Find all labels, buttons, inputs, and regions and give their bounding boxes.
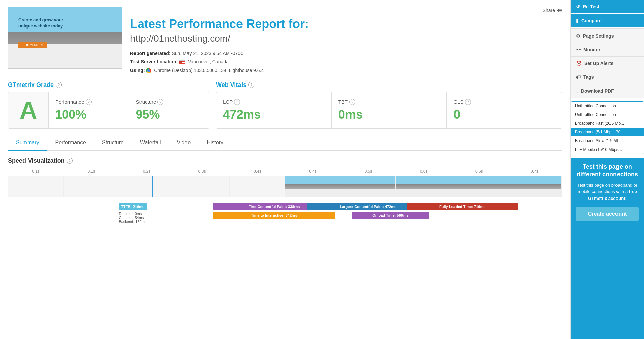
cls-help-icon[interactable]: ? xyxy=(465,99,471,105)
right-sidebar: ↺ Re-Test ▮ Compare ⚙ Page Settings 〰 Mo… xyxy=(570,0,644,339)
promo-title: Test this page on different connections xyxy=(576,163,639,179)
cls-label: CLS ? xyxy=(453,99,555,105)
tick-2: 0.2s xyxy=(119,169,174,174)
conn-unthrottled-2[interactable]: Unthrottled Connection xyxy=(571,110,644,119)
monitor-button[interactable]: 〰 Monitor xyxy=(571,43,644,57)
performance-help-icon[interactable]: ? xyxy=(86,99,92,105)
vitals-help-icon[interactable]: ? xyxy=(248,82,254,88)
share-icon[interactable]: ⇚ xyxy=(557,7,562,14)
grade-help-icon[interactable]: ? xyxy=(56,82,62,88)
tti-bar: Time to Interactive: 342ms xyxy=(213,212,335,219)
tab-summary[interactable]: Summary xyxy=(8,135,47,151)
tags-icon: 🏷 xyxy=(576,74,581,80)
using-value: Chrome (Desktop) 103.0.5060.134, Lightho… xyxy=(154,68,264,73)
create-account-button[interactable]: Create account xyxy=(576,207,639,221)
conn-broadband-fast[interactable]: Broadband Fast (20/5 Mb... xyxy=(571,119,644,128)
report-generated-value: Sun, May 21, 2023 9:54 AM -0700 xyxy=(172,51,243,56)
performance-value: 100% xyxy=(55,108,122,122)
report-header: Create and grow your unique website toda… xyxy=(8,7,562,75)
report-main-title: Latest Performance Report for: xyxy=(130,17,562,31)
speed-viz-help-icon[interactable]: ? xyxy=(67,158,73,164)
report-generated-label: Report generated: xyxy=(130,51,171,56)
website-screenshot: Create and grow your unique website toda… xyxy=(8,7,122,69)
tick-6: 0.5s xyxy=(340,169,396,174)
tbt-value: 0ms xyxy=(338,108,440,122)
lcp-value: 472ms xyxy=(223,108,325,122)
monitor-icon: 〰 xyxy=(576,47,581,52)
vitals-section: Web Vitals ? LCP ? 472ms TBT ? xyxy=(216,81,562,129)
test-server-value: Vancouver, Canada xyxy=(188,59,229,64)
conn-broadband-slow[interactable]: Broadband Slow (1.5 Mb... xyxy=(571,136,644,145)
tab-video[interactable]: Video xyxy=(169,135,199,151)
cls-value: 0 xyxy=(453,108,555,122)
tab-history[interactable]: History xyxy=(199,135,231,151)
screenshot-strip xyxy=(8,176,562,197)
structure-help-icon[interactable]: ? xyxy=(157,99,163,105)
tabs-row: Summary Performance Structure Waterfall … xyxy=(8,135,562,151)
lcp-label: LCP ? xyxy=(223,99,325,105)
tick-0: 0.1s xyxy=(8,169,63,174)
fully-loaded-bar: Fully Loaded Time: 716ms xyxy=(407,203,518,210)
tags-button[interactable]: 🏷 Tags xyxy=(571,70,644,84)
onload-bar: Onload Time: 566ms xyxy=(352,212,429,219)
tick-1: 0.1s xyxy=(63,169,119,174)
vitals-box: LCP ? 472ms TBT ? 0ms CL xyxy=(216,92,562,129)
screenshot-cta-btn: LEARN MORE xyxy=(18,42,47,48)
conn-lte-mobile[interactable]: LTE Mobile (15/10 Mbps... xyxy=(571,145,644,154)
strip-shot-3 xyxy=(396,176,451,197)
tab-structure[interactable]: Structure xyxy=(94,135,132,151)
download-pdf-button[interactable]: ↓ Download PDF xyxy=(571,84,644,98)
retest-button[interactable]: ↺ Re-Test xyxy=(571,0,644,13)
timeline-ticks: 0.1s 0.1s 0.2s 0.3s 0.4s 0.4s 0.5s 0.6s … xyxy=(8,169,562,174)
chrome-icon xyxy=(146,68,151,73)
settings-icon: ⚙ xyxy=(576,33,580,39)
screenshot-text: Create and grow your unique website toda… xyxy=(18,17,63,29)
compare-icon: ▮ xyxy=(576,18,579,23)
strip-empty-1 xyxy=(8,176,64,197)
tick-9: 0.7s xyxy=(507,169,562,174)
sidebar-promo: Test this page on different connections … xyxy=(571,158,644,339)
divider-1 xyxy=(571,28,644,29)
report-url: http://01nethosting.com/ xyxy=(130,33,562,44)
grade-vitals-row: GTmetrix Grade ? A Performance ? 100% xyxy=(8,81,562,129)
tick-8: 0.6s xyxy=(451,169,507,174)
performance-metric: Performance ? 100% xyxy=(49,92,129,128)
test-server-label: Test Server Location: xyxy=(130,59,178,64)
strip-empty-3 xyxy=(119,176,174,197)
tbt-help-icon[interactable]: ? xyxy=(349,99,355,105)
strip-empty-5 xyxy=(230,176,285,197)
retest-icon: ↺ xyxy=(576,4,580,9)
tab-waterfall[interactable]: Waterfall xyxy=(132,135,169,151)
strip-shot-2 xyxy=(340,176,396,197)
strip-shot-4 xyxy=(451,176,506,197)
gtmetrix-grade-label: GTmetrix Grade ? xyxy=(8,81,209,89)
strip-empty-2 xyxy=(64,176,119,197)
web-vitals-label: Web Vitals ? xyxy=(216,81,562,89)
using-row: Using: Chrome (Desktop) 103.0.5060.134, … xyxy=(130,66,562,75)
speed-viz-label: Speed Visualization ? xyxy=(8,157,562,164)
conn-unthrottled-1[interactable]: Unthrottled Connection xyxy=(571,102,644,110)
grade-section: GTmetrix Grade ? A Performance ? 100% xyxy=(8,81,209,129)
ttfb-backend: Backend: 162ms xyxy=(119,220,146,224)
grade-letter-box: A xyxy=(8,92,49,128)
lcp-help-icon[interactable]: ? xyxy=(234,99,240,105)
report-generated-row: Report generated: Sun, May 21, 2023 9:54… xyxy=(130,49,562,58)
pdf-icon: ↓ xyxy=(576,88,578,94)
page-settings-button[interactable]: ⚙ Page Settings xyxy=(571,29,644,43)
report-title-section: Share ⇚ Latest Performance Report for: h… xyxy=(130,7,562,75)
cls-item: CLS ? 0 xyxy=(447,92,562,128)
blue-line-marker xyxy=(152,176,153,197)
promo-text: Test this page on broadband or mobile co… xyxy=(576,182,639,202)
compare-button[interactable]: ▮ Compare xyxy=(571,14,644,27)
using-label: Using: xyxy=(130,68,145,73)
strip-empty-4 xyxy=(174,176,230,197)
conn-broadband[interactable]: Broadband (5/1 Mbps, 30... xyxy=(571,128,644,136)
tbt-label: TBT ? xyxy=(338,99,440,105)
strip-shot-5 xyxy=(506,176,562,197)
alerts-icon: ⏰ xyxy=(576,61,582,66)
canada-flag-icon xyxy=(179,60,185,64)
tick-7: 0.6s xyxy=(396,169,451,174)
tab-performance[interactable]: Performance xyxy=(47,135,94,151)
connection-dropdown[interactable]: Unthrottled Connection Unthrottled Conne… xyxy=(571,101,644,154)
set-up-alerts-button[interactable]: ⏰ Set Up Alerts xyxy=(571,57,644,70)
